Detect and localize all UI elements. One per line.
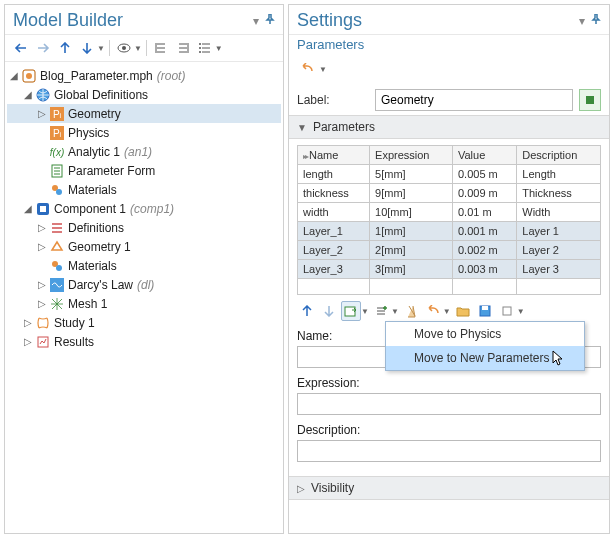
model-builder-title: Model Builder [13,10,253,31]
more-button[interactable] [497,301,517,321]
tree-darcy[interactable]: ▷ Darcy's Law (dl) [7,275,281,294]
globe-icon [35,87,51,103]
back-button[interactable] [11,38,31,58]
tree-geometry-params[interactable]: ▷ Pi Geometry [7,104,281,123]
col-expression[interactable]: Expression [370,146,453,165]
menu-move-to-new-parameters[interactable]: Move to New Parameters [386,346,584,370]
materials-icon [49,182,65,198]
parameters-table[interactable]: Name Expression Value Description length… [297,145,601,295]
pin-icon[interactable] [591,14,601,28]
tree-analytic[interactable]: f(x) Analytic 1 (an1) [7,142,281,161]
table-row-empty[interactable] [298,279,601,295]
darcy-icon [49,277,65,293]
undo-button[interactable] [297,59,317,79]
svg-point-3 [199,47,201,49]
col-description[interactable]: Description [517,146,601,165]
up-button[interactable] [55,38,75,58]
minimize-icon[interactable]: ▾ [253,14,259,28]
tree-materials1[interactable]: Materials [7,256,281,275]
pi-icon: Pi [49,125,65,141]
caret-icon[interactable]: ▼ [319,65,327,74]
tree-study[interactable]: ▷ Study 1 [7,313,281,332]
expression-field-block: Expression: [289,374,609,421]
model-builder-panel: Model Builder ▾ ▼ ▼ ▼ ◢ Blog_Parameter.m… [4,4,284,534]
settings-panel: Settings ▾ Parameters ▼ Label: ▼ Paramet… [288,4,610,534]
tree-results[interactable]: ▷ Results [7,332,281,351]
svg-rect-17 [40,206,46,212]
list-button[interactable] [195,38,215,58]
svg-point-2 [199,43,201,45]
label-input[interactable] [375,89,573,111]
pi-icon: Pi [49,106,65,122]
move-up-button[interactable] [297,301,317,321]
caret-icon[interactable]: ▼ [391,307,399,316]
col-name[interactable]: Name [298,146,370,165]
tree-parameter-form[interactable]: Parameter Form [7,161,281,180]
clear-button[interactable] [401,301,421,321]
svg-point-19 [56,265,62,271]
form-icon [49,163,65,179]
col-value[interactable]: Value [452,146,516,165]
svg-rect-24 [482,306,488,310]
description-input[interactable] [297,440,601,462]
caret-icon[interactable]: ▼ [517,307,525,316]
visibility-section-header[interactable]: ▷ Visibility [289,476,609,500]
tree-component[interactable]: ◢ Component 1 (comp1) [7,199,281,218]
table-row[interactable]: Layer_22[mm]0.002 mLayer 2 [298,241,601,260]
tree-mesh[interactable]: ▷ Mesh 1 [7,294,281,313]
collapse-button[interactable] [151,38,171,58]
undo-button[interactable] [423,301,443,321]
model-tree[interactable]: ◢ Blog_Parameter.mph (root) ◢ Global Def… [5,62,283,533]
table-row[interactable]: thickness9[mm]0.009 mThickness [298,184,601,203]
results-icon [35,334,51,350]
menu-move-to-physics[interactable]: Move to Physics [386,322,584,346]
caret-icon[interactable]: ▼ [361,307,369,316]
pin-icon[interactable] [265,14,275,28]
caret-icon[interactable]: ▼ [443,307,451,316]
model-builder-title-bar: Model Builder ▾ [5,5,283,35]
tree-physics-params[interactable]: Pi Physics [7,123,281,142]
minimize-icon[interactable]: ▾ [579,14,585,28]
caret-icon[interactable]: ▼ [97,44,105,53]
forward-button[interactable] [33,38,53,58]
caret-icon[interactable]: ▼ [134,44,142,53]
component-icon [35,201,51,217]
expand-arrow-icon: ▷ [297,483,305,494]
tree-definitions[interactable]: ▷ Definitions [7,218,281,237]
expression-input[interactable] [297,393,601,415]
save-button[interactable] [475,301,495,321]
tree-root[interactable]: ◢ Blog_Parameter.mph (root) [7,66,281,85]
show-eye-button[interactable] [114,38,134,58]
svg-point-15 [56,189,62,195]
open-button[interactable] [453,301,473,321]
caret-icon[interactable]: ▼ [215,44,223,53]
collapse-arrow-icon: ▼ [297,122,307,133]
tree-materials[interactable]: Materials [7,180,281,199]
definitions-icon [49,220,65,236]
tree-global-definitions[interactable]: ◢ Global Definitions [7,85,281,104]
study-icon [35,315,51,331]
label-row: Label: [289,85,609,115]
move-to-menu: Move to Physics Move to New Parameters [385,321,585,371]
parameters-section-header[interactable]: ▼ Parameters [289,115,609,139]
move-down-button[interactable] [319,301,339,321]
root-icon [21,68,37,84]
move-to-button[interactable] [341,301,361,321]
go-button[interactable] [579,89,601,111]
svg-rect-22 [345,307,355,316]
settings-subtitle: Parameters [289,35,609,56]
table-row[interactable]: width10[mm]0.01 mWidth [298,203,601,222]
table-row[interactable]: length5[mm]0.005 mLength [298,165,601,184]
materials-icon [49,258,65,274]
table-row[interactable]: Layer_11[mm]0.001 mLayer 1 [298,222,601,241]
description-label: Description: [297,423,601,437]
settings-toolbar: ▼ [289,56,609,85]
table-row[interactable]: Layer_33[mm]0.003 mLayer 3 [298,260,601,279]
tree-geometry1[interactable]: ▷ Geometry 1 [7,237,281,256]
expand-button[interactable] [173,38,193,58]
add-button[interactable] [371,301,391,321]
down-button[interactable] [77,38,97,58]
label-label: Label: [297,93,369,107]
svg-point-1 [122,46,126,50]
geometry-icon [49,239,65,255]
